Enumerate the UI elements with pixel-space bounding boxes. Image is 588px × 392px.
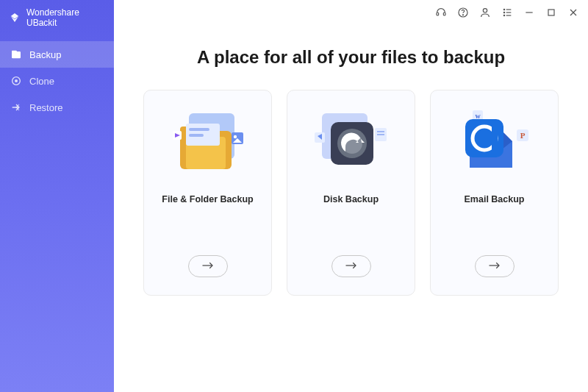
sidebar: Wondershare UBackit Backup Clone Restore bbox=[0, 0, 114, 392]
svg-rect-16 bbox=[548, 10, 554, 15]
titlebar bbox=[114, 0, 588, 25]
support-icon[interactable] bbox=[435, 7, 447, 18]
svg-point-7 bbox=[462, 15, 463, 15]
card-email-backup[interactable]: w P Email Backup bbox=[430, 90, 559, 296]
sidebar-item-clone[interactable]: Clone bbox=[0, 68, 114, 94]
svg-rect-0 bbox=[12, 51, 21, 58]
svg-rect-25 bbox=[189, 134, 204, 137]
menu-icon[interactable] bbox=[501, 7, 513, 18]
brand-name: Wondershare UBackit bbox=[26, 7, 105, 28]
page-title: A place for all of your files to backup bbox=[143, 47, 559, 68]
svg-rect-5 bbox=[443, 13, 445, 15]
arrow-right-icon bbox=[345, 260, 358, 273]
main-area: A place for all of your files to backup bbox=[114, 0, 588, 392]
svg-rect-24 bbox=[189, 128, 209, 131]
content: A place for all of your files to backup bbox=[114, 25, 588, 392]
svg-point-11 bbox=[503, 12, 504, 13]
card-title: Email Backup bbox=[465, 194, 525, 204]
app-logo-icon bbox=[9, 12, 21, 24]
card-file-folder-backup[interactable]: File & Folder Backup bbox=[143, 90, 272, 296]
svg-point-9 bbox=[503, 9, 504, 10]
close-icon[interactable] bbox=[567, 7, 579, 18]
arrow-right-icon bbox=[201, 260, 215, 273]
brand: Wondershare UBackit bbox=[0, 0, 114, 41]
email-icon: w P bbox=[451, 104, 539, 181]
svg-text:P: P bbox=[520, 131, 525, 140]
disk-icon bbox=[307, 104, 395, 181]
svg-point-29 bbox=[233, 135, 236, 138]
minimize-icon[interactable] bbox=[523, 7, 535, 18]
sidebar-item-restore[interactable]: Restore bbox=[0, 94, 114, 121]
help-icon[interactable] bbox=[457, 7, 469, 18]
clone-icon bbox=[10, 75, 22, 87]
svg-rect-4 bbox=[437, 13, 439, 15]
proceed-button[interactable] bbox=[188, 255, 228, 277]
svg-text:w: w bbox=[475, 112, 481, 120]
svg-rect-48 bbox=[492, 126, 498, 150]
folder-icon bbox=[164, 104, 252, 181]
svg-point-8 bbox=[483, 9, 487, 13]
backup-icon bbox=[10, 49, 22, 60]
proceed-button[interactable] bbox=[475, 255, 514, 277]
restore-icon bbox=[10, 101, 22, 113]
sidebar-item-label: Clone bbox=[29, 76, 54, 87]
arrow-right-icon bbox=[488, 260, 501, 273]
cards-row: File & Folder Backup bbox=[143, 90, 559, 296]
proceed-button[interactable] bbox=[331, 255, 371, 277]
card-title: Disk Backup bbox=[323, 194, 379, 204]
sidebar-item-label: Restore bbox=[29, 102, 63, 113]
card-title: File & Folder Backup bbox=[162, 194, 253, 204]
svg-rect-1 bbox=[12, 51, 17, 53]
svg-rect-38 bbox=[377, 134, 384, 135]
svg-point-13 bbox=[503, 15, 504, 15]
maximize-icon[interactable] bbox=[545, 7, 557, 18]
card-disk-backup[interactable]: Disk Backup bbox=[287, 90, 415, 296]
account-icon[interactable] bbox=[479, 7, 491, 18]
sidebar-item-label: Backup bbox=[29, 49, 61, 60]
svg-rect-37 bbox=[377, 131, 384, 132]
sidebar-item-backup[interactable]: Backup bbox=[0, 41, 114, 68]
svg-point-3 bbox=[15, 79, 18, 82]
